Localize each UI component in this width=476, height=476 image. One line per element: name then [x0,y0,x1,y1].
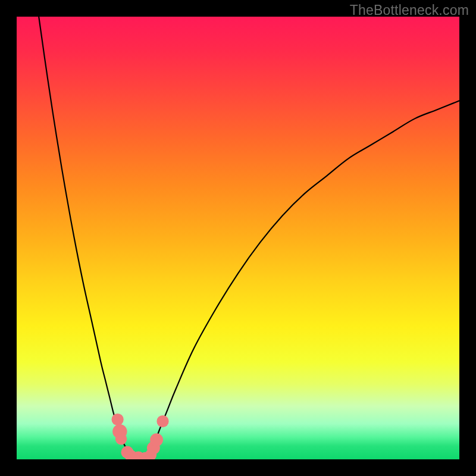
marker-10 [156,415,168,427]
curve-lines [39,17,459,459]
series-right-branch [149,101,459,459]
marker-0 [111,414,123,425]
marker-9 [150,433,163,446]
data-markers [111,414,168,459]
plot-area [17,17,459,459]
chart-svg [17,17,459,459]
series-left-branch [39,17,131,459]
chart-frame: TheBottleneck.com [0,0,476,476]
watermark-text: TheBottleneck.com [350,2,469,18]
marker-2 [115,433,127,444]
